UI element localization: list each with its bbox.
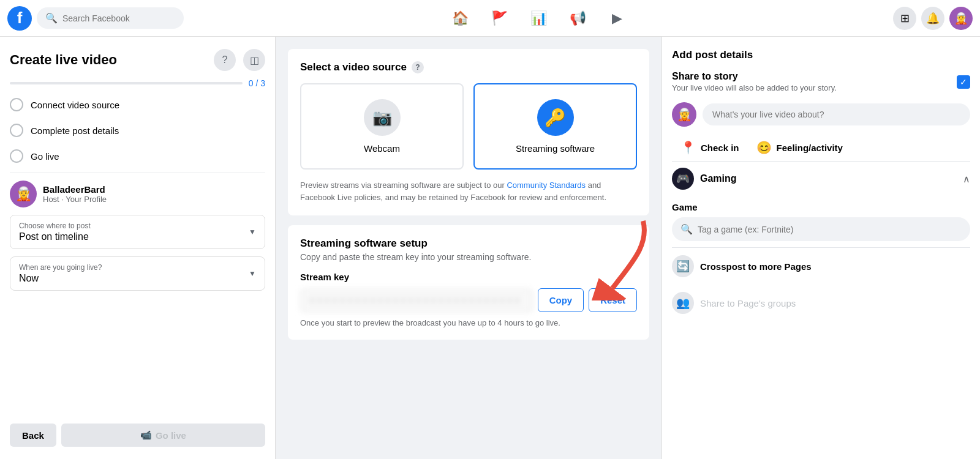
location-icon: 📍 [680, 140, 696, 155]
live-description-input[interactable] [703, 103, 970, 125]
camera-icon: 📷 [372, 108, 392, 127]
user-info: BalladeerBard Host · Your Profile [43, 184, 107, 204]
check-in-feeling-row: 📍 Check in 😊 Feeling/activity [672, 134, 970, 161]
nav-megaphone[interactable]: 📢 [559, 4, 596, 33]
user-name: BalladeerBard [43, 184, 107, 195]
feeling-activity-button[interactable]: 😊 Feeling/activity [748, 134, 851, 161]
search-input[interactable] [62, 13, 175, 23]
step-2-label: Complete post details [31, 125, 119, 136]
streaming-label: Streaming software [516, 143, 595, 154]
nav-chart[interactable]: 📊 [520, 4, 557, 33]
main-layout: Create live video ? ◫ 0 / 3 Connect vide… [0, 37, 980, 459]
progress-bar [10, 82, 243, 84]
progress-label: 0 / 3 [249, 78, 265, 88]
copy-button[interactable]: Copy [538, 288, 584, 312]
step-3: Go live [10, 147, 265, 165]
game-search-input[interactable] [698, 225, 962, 234]
gaming-icon: 🎮 [672, 168, 694, 190]
streaming-icon-circle: 🔑 [537, 99, 574, 136]
chevron-up-icon: ∧ [963, 173, 970, 185]
share-page-groups-row[interactable]: 👥 Share to Page's groups [672, 285, 970, 321]
share-to-story-row: Share to story Your live video will also… [672, 71, 970, 92]
help-icon[interactable]: ? [412, 61, 424, 73]
step-2-circle [10, 124, 23, 137]
share-to-story-label: Share to story [672, 71, 837, 82]
step-1-label: Connect video source [31, 100, 119, 110]
user-avatar: 🧝 [10, 181, 37, 207]
grid-menu-button[interactable]: ⊞ [893, 7, 916, 30]
chevron-down-icon-2: ▼ [249, 269, 256, 278]
stream-key-label: Stream key [300, 272, 637, 282]
user-avatar-header[interactable]: 🧝 [949, 7, 973, 30]
share-to-story-checkbox[interactable]: ✓ [957, 75, 970, 89]
community-standards-link[interactable]: Community Standards [507, 181, 586, 190]
step-3-label: Go live [31, 151, 59, 162]
help-button[interactable]: ? [214, 49, 236, 71]
header-right: ⊞ 🔔 🧝 [893, 7, 973, 30]
check-in-button[interactable]: 📍 Check in [672, 134, 748, 161]
when-live-label: When are you going live? [19, 263, 256, 272]
step-1: Connect video source [10, 95, 265, 114]
game-label: Game [672, 202, 970, 212]
facebook-logo[interactable]: f [7, 6, 32, 31]
share-to-story-sub: Your live video will also be added to yo… [672, 83, 837, 92]
right-panel-title: Add post details [672, 49, 970, 61]
center-panel: Select a video source ? 📷 Webcam 🔑 Strea… [276, 37, 662, 459]
gaming-section-header[interactable]: 🎮 Gaming ∧ [672, 161, 970, 196]
setup-title: Streaming software setup [300, 237, 637, 250]
camera-icon: 📹 [140, 430, 152, 441]
step-1-circle [10, 98, 23, 111]
go-live-button[interactable]: 📹 Go live [61, 424, 265, 447]
webcam-option[interactable]: 📷 Webcam [300, 83, 464, 170]
when-live-dropdown[interactable]: When are you going live? Now ▼ [10, 256, 265, 291]
check-in-label: Check in [701, 143, 739, 153]
divider-1 [10, 173, 265, 173]
share-page-icon: 👥 [672, 292, 694, 314]
streaming-software-option[interactable]: 🔑 Streaming software [473, 83, 637, 170]
stream-key-input[interactable] [300, 289, 533, 312]
search-bar[interactable]: 🔍 [37, 7, 184, 29]
crosspost-row[interactable]: 🔄 Crosspost to more Pages [672, 247, 970, 285]
video-sources: 📷 Webcam 🔑 Streaming software [300, 83, 637, 170]
key-icon: 🔑 [545, 108, 566, 128]
chevron-down-icon: ▼ [249, 228, 256, 236]
card-title: Select a video source ? [300, 61, 637, 73]
search-icon: 🔍 [45, 12, 58, 24]
notifications-button[interactable]: 🔔 [921, 7, 944, 30]
where-to-post-value: Post on timeline [19, 231, 256, 242]
notice-text: Preview streams via streaming software a… [300, 179, 637, 203]
camera-icon-circle: 📷 [364, 99, 401, 136]
back-button[interactable]: Back [10, 424, 56, 447]
step-3-circle [10, 149, 23, 163]
crosspost-label: Crosspost to more Pages [700, 261, 812, 272]
where-to-post-label: Choose where to post [19, 222, 256, 230]
crosspost-icon: 🔄 [672, 255, 694, 277]
collapse-button[interactable]: ◫ [243, 49, 265, 71]
stream-key-row: Copy Reset [300, 288, 637, 312]
search-icon-game: 🔍 [680, 223, 693, 235]
reset-button[interactable]: Reset [589, 288, 637, 312]
nav-icons: 🏠 🚩 📊 📢 ▶ [189, 4, 888, 33]
gaming-label: Gaming [700, 173, 737, 184]
action-buttons: Back 📹 Go live [10, 419, 265, 447]
feeling-label: Feeling/activity [777, 143, 843, 153]
setup-description: Copy and paste the stream key into your … [300, 252, 637, 262]
nav-flag[interactable]: 🚩 [481, 4, 518, 33]
nav-home[interactable]: 🏠 [442, 4, 478, 33]
game-section: Game 🔍 [672, 196, 970, 247]
select-source-card: Select a video source ? 📷 Webcam 🔑 Strea… [288, 49, 649, 215]
progress-container: 0 / 3 [10, 78, 265, 88]
panel-title-row: Create live video ? ◫ [10, 49, 265, 71]
user-row: 🧝 BalladeerBard Host · Your Profile [10, 181, 265, 207]
nav-video[interactable]: ▶ [598, 4, 635, 33]
step-2: Complete post details [10, 121, 265, 140]
share-page-groups-label: Share to Page's groups [700, 298, 796, 308]
game-search-bar[interactable]: 🔍 [672, 217, 970, 241]
left-panel: Create live video ? ◫ 0 / 3 Connect vide… [0, 37, 276, 459]
feeling-icon: 😊 [756, 140, 772, 155]
share-to-story-section: Share to story Your live video will also… [672, 71, 970, 92]
where-to-post-dropdown[interactable]: Choose where to post Post on timeline ▼ [10, 215, 265, 249]
live-description-row: 🧝 [672, 102, 970, 127]
webcam-label: Webcam [364, 143, 400, 154]
share-to-story-info: Share to story Your live video will also… [672, 71, 837, 92]
